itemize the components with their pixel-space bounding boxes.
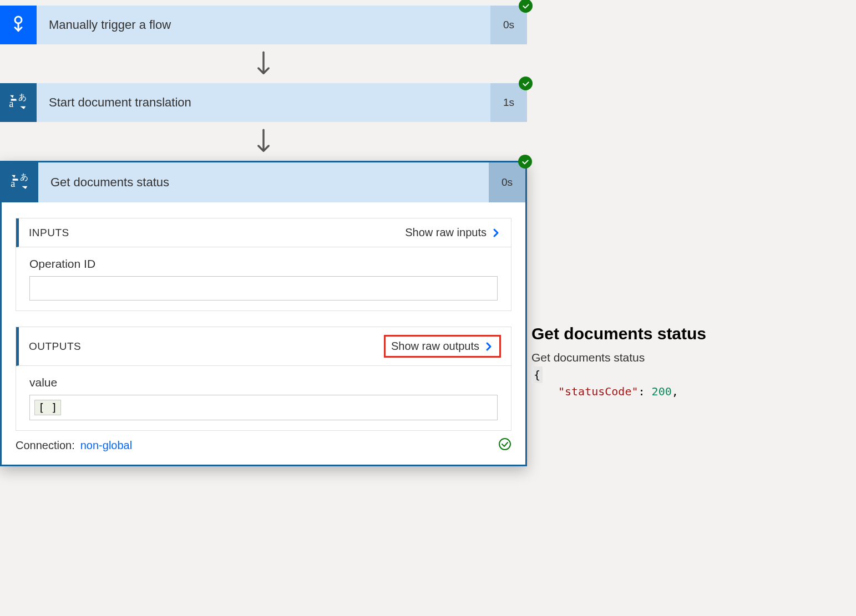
json-open-brace: { — [531, 366, 543, 383]
arrow-connector — [0, 122, 527, 161]
raw-output-panel: Get documents status Get documents statu… — [531, 324, 853, 400]
raw-panel-title: Get documents status — [531, 324, 853, 343]
show-raw-inputs-link[interactable]: Show raw inputs — [405, 226, 501, 239]
outputs-header: OUTPUTS — [29, 340, 81, 353]
inputs-section: INPUTS Show raw inputs Operation ID — [16, 218, 511, 311]
json-value: 200 — [652, 385, 672, 398]
svg-point-0 — [15, 17, 22, 23]
success-check-icon — [519, 0, 533, 13]
svg-text:a: a — [9, 98, 13, 109]
show-raw-outputs-highlight: Show raw outputs — [384, 335, 501, 358]
flow-step-manual-trigger[interactable]: Manually trigger a flow 0s — [0, 6, 527, 44]
flow-step-start-translation[interactable]: a あ Start document translation 1s — [0, 83, 527, 122]
success-check-icon — [519, 77, 533, 90]
json-key: "statusCode" — [558, 385, 639, 398]
step-title: Manually trigger a flow — [37, 6, 490, 44]
show-raw-inputs-label: Show raw inputs — [405, 226, 487, 239]
chevron-right-icon — [491, 228, 501, 238]
translate-icon: a あ — [2, 162, 38, 202]
connection-link[interactable]: non-global — [80, 439, 132, 452]
outputs-section: OUTPUTS Show raw outputs value [ ] — [16, 327, 511, 431]
field-label-operation-id: Operation ID — [29, 257, 498, 271]
raw-json-code: { "statusCode": 200, — [531, 366, 853, 400]
field-label-value: value — [29, 376, 498, 389]
connection-label: Connection: — [16, 439, 75, 452]
svg-text:あ: あ — [18, 93, 27, 101]
arrow-connector — [0, 44, 527, 83]
connection-row: Connection: non-global — [16, 431, 511, 454]
chevron-right-icon — [484, 342, 494, 352]
output-value-box[interactable]: [ ] — [29, 395, 498, 420]
step-detail-body: INPUTS Show raw inputs Operation ID — [2, 218, 525, 465]
show-raw-outputs-link[interactable]: Show raw outputs — [391, 340, 494, 353]
inputs-header: INPUTS — [29, 227, 69, 239]
operation-id-input[interactable] — [29, 276, 498, 301]
success-check-icon — [518, 155, 532, 169]
step-title: Get documents status — [38, 162, 489, 202]
svg-text:a: a — [11, 178, 15, 189]
flow-steps-container: Manually trigger a flow 0s a あ Start doc… — [0, 0, 527, 466]
step-title: Start document translation — [37, 83, 490, 122]
connection-check-icon — [498, 437, 511, 454]
show-raw-outputs-label: Show raw outputs — [391, 340, 479, 353]
tap-icon — [0, 6, 37, 44]
output-value-token: [ ] — [34, 400, 61, 415]
svg-point-8 — [499, 439, 510, 450]
translate-icon: a あ — [0, 83, 37, 122]
svg-text:あ: あ — [20, 172, 28, 181]
flow-step-get-documents-status[interactable]: a あ Get documents status 0s INPUTS Show … — [0, 161, 527, 466]
step-duration: 0s — [489, 162, 525, 202]
raw-panel-subtitle: Get documents status — [531, 351, 853, 364]
